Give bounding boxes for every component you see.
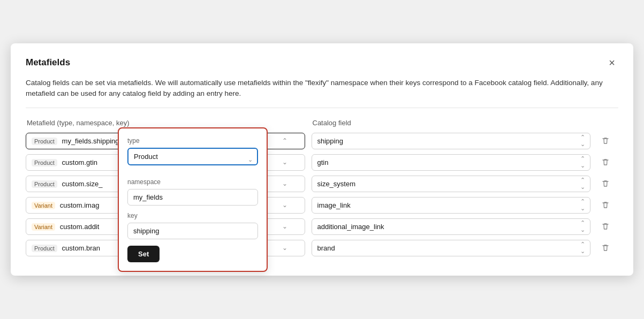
type-tag: Variant [32,223,55,231]
type-select[interactable]: Product Variant Collection [127,148,258,165]
metafield-value: custom.bran [62,244,101,252]
namespace-label: namespace [127,178,258,186]
trash-icon [601,136,610,145]
type-tag: Variant [32,202,55,209]
type-tag: Product [32,159,57,166]
delete-button[interactable] [597,175,614,192]
catalog-column-header: Catalog field [312,119,591,127]
key-input-wrapper [127,223,258,239]
catalog-field-wrapper: gtin ⌃⌄ [312,154,591,171]
trash-icon [601,201,610,209]
namespace-input[interactable] [127,189,258,206]
modal-title: Metafields [26,57,70,68]
catalog-field-wrapper: brand ⌃⌄ [312,240,591,256]
chevron-down-icon: ⌄ [282,180,287,187]
trash-icon [601,222,610,231]
metafield-value: custom.size_ [62,180,103,188]
delete-button[interactable] [597,154,614,171]
metafield-field-wrapper: Product my_fields.shipping ⌃ type Produc… [26,133,305,149]
catalog-select[interactable]: size_system [312,176,591,192]
metafields-modal: Metafields × Catalog fields can be set v… [11,43,633,276]
type-tag: Product [32,245,57,252]
catalog-field-wrapper: shipping ⌃⌄ [312,133,591,149]
type-tag: Product [32,138,57,145]
table-row: Product custom.size_ ⌄ size_system ⌃⌄ [26,175,618,192]
metafield-value: custom.imag [60,201,100,209]
delete-button[interactable] [597,196,614,214]
catalog-field-wrapper: additional_image_link ⌃⌄ [312,218,591,235]
column-headers: Metafield (type, namespace, key) Catalog… [26,119,618,127]
catalog-select[interactable]: shipping [312,133,591,149]
type-select-wrapper: Product Variant Collection ⌄ [127,148,258,172]
catalog-field-wrapper: image_link ⌃⌄ [312,197,591,214]
set-button[interactable]: Set [127,246,160,262]
table-row: Product custom.bran ⌄ brand ⌃⌄ [26,239,618,256]
table-row: Variant custom.addit ⌄ additional_image_… [26,218,618,235]
type-label: type [127,137,258,145]
chevron-down-icon: ⌄ [282,201,287,209]
chevron-down-icon: ⌄ [282,158,287,166]
catalog-select[interactable]: additional_image_link [312,218,591,235]
metafield-popup: type Product Variant Collection ⌄ namesp… [118,127,268,272]
modal-description: Catalog fields can be set via metafields… [26,78,618,109]
catalog-select[interactable]: gtin [312,154,591,171]
chevron-up-icon: ⌃ [282,137,287,145]
key-label: key [127,212,258,219]
metafield-column-header: Metafield (type, namespace, key) [26,119,305,127]
catalog-select[interactable]: brand [312,240,591,256]
delete-button[interactable] [597,132,614,149]
metafield-value: custom.addit [60,223,100,231]
modal-header: Metafields × [26,56,618,69]
delete-button[interactable] [597,218,614,235]
table-row: Product my_fields.shipping ⌃ type Produc… [26,132,618,149]
table-row: Variant custom.imag ⌄ image_link ⌃⌄ [26,196,618,214]
close-button[interactable]: × [605,56,618,69]
catalog-select[interactable]: image_link [312,197,591,214]
namespace-input-wrapper [127,189,258,206]
catalog-field-wrapper: size_system ⌃⌄ [312,176,591,192]
delete-button[interactable] [597,239,614,256]
chevron-down-icon: ⌄ [282,244,287,252]
metafield-value: custom.gtin [62,158,97,166]
trash-icon [601,244,610,252]
chevron-down-icon: ⌄ [282,223,287,230]
trash-icon [601,158,610,166]
trash-icon [601,179,610,188]
metafield-value: my_fields.shipping [62,137,119,145]
type-tag: Product [32,180,57,188]
table-row: Product custom.gtin ⌄ gtin ⌃⌄ [26,154,618,171]
key-input[interactable] [127,223,258,239]
